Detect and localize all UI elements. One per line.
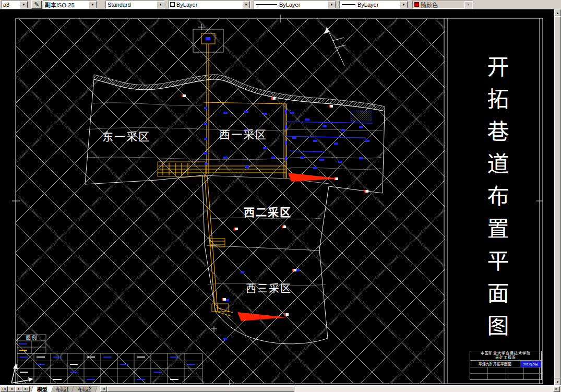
- tab-layout1-label: 布局1: [56, 385, 69, 392]
- text-style-combo-value: Standard: [108, 2, 156, 8]
- layer-combo[interactable]: 副本ISO-25 ▼: [43, 1, 97, 9]
- toolbar: a3 ▼ ✎ 副本ISO-25 ▼ Standard ▼ ByLayer ▼ B…: [0, 0, 561, 9]
- tab-layout2[interactable]: 布局2: [71, 386, 97, 392]
- plot-style-swatch-icon: [414, 2, 419, 7]
- make-layer-current-button[interactable]: ✎: [31, 1, 42, 9]
- linetype-combo[interactable]: ByLayer ▼: [254, 1, 336, 9]
- cad-application: a3 ▼ ✎ 副本ISO-25 ▼ Standard ▼ ByLayer ▼ B…: [0, 0, 561, 392]
- chevron-down-icon[interactable]: ▼: [400, 1, 408, 8]
- drawing-canvas[interactable]: 图 例: [0, 9, 561, 385]
- tab-next-button[interactable]: ►: [15, 386, 22, 392]
- chevron-down-icon[interactable]: ▼: [89, 1, 97, 8]
- linetype-combo-value: ByLayer: [279, 2, 327, 8]
- scroll-right-button[interactable]: ►: [553, 386, 560, 392]
- horizontal-scrollbar-thumb[interactable]: [107, 386, 294, 392]
- plot-style-combo-value: 随颜色: [421, 1, 463, 9]
- lineweight-combo[interactable]: ByLayer ▼: [339, 1, 408, 9]
- chevron-down-icon[interactable]: ▼: [242, 1, 250, 8]
- mine-plan-drawing: 图 例: [0, 9, 561, 385]
- horizontal-scrollbar-track[interactable]: [107, 386, 553, 392]
- layout-tabbar: |◄ ◄ ► ►| 模型 布局1 布局2 ◄ ►: [0, 385, 561, 392]
- tab-previous-button[interactable]: ◄: [8, 386, 15, 392]
- vertical-scrollbar-thumb[interactable]: [554, 16, 561, 378]
- color-swatch-icon: [170, 2, 175, 7]
- vertical-scrollbar[interactable]: ▲ ▼: [554, 9, 561, 385]
- lineweight-glyph-icon: [342, 4, 355, 5]
- tab-navigation: |◄ ◄ ► ►|: [1, 386, 30, 392]
- color-combo-value: ByLayer: [176, 2, 241, 8]
- horizontal-scrollbar[interactable]: ◄ ►: [100, 386, 560, 392]
- construction-grid: [16, 19, 445, 383]
- plot-style-combo: 随颜色 ▼: [412, 1, 473, 9]
- tab-last-button[interactable]: ►|: [22, 386, 30, 392]
- layer-combo-value: 副本ISO-25: [45, 1, 88, 9]
- chevron-down-icon: ▼: [464, 1, 472, 8]
- scroll-down-button[interactable]: ▼: [554, 378, 561, 385]
- chevron-down-icon[interactable]: ▼: [157, 1, 164, 8]
- color-combo[interactable]: ByLayer ▼: [168, 1, 250, 9]
- lineweight-combo-value: ByLayer: [357, 2, 399, 8]
- linetype-glyph-icon: [256, 4, 277, 5]
- scroll-up-button[interactable]: ▲: [554, 9, 561, 16]
- tab-model[interactable]: 模型: [31, 386, 54, 392]
- tab-layout2-label: 布局2: [77, 385, 91, 392]
- chevron-down-icon[interactable]: ▼: [328, 1, 336, 8]
- text-style-combo[interactable]: Standard ▼: [105, 1, 165, 9]
- shape-combo[interactable]: a3 ▼: [1, 1, 28, 9]
- shape-combo-value: a3: [3, 2, 19, 8]
- tab-model-label: 模型: [37, 385, 47, 392]
- pencil-icon: ✎: [34, 1, 39, 7]
- chevron-down-icon[interactable]: ▼: [20, 1, 28, 8]
- scroll-left-button[interactable]: ◄: [100, 386, 107, 392]
- tab-first-button[interactable]: |◄: [1, 386, 8, 392]
- legend-title: 图 例: [26, 335, 37, 340]
